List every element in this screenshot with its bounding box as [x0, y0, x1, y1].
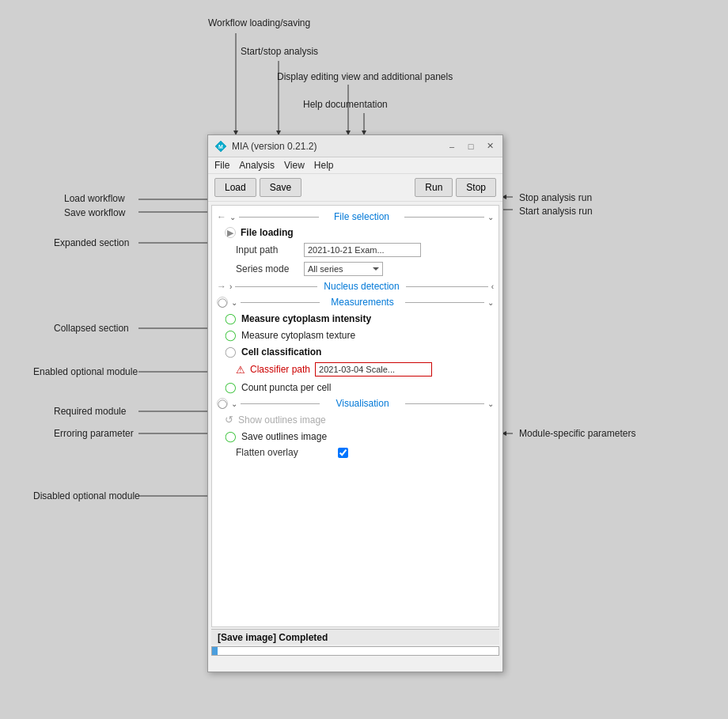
- minimize-button[interactable]: –: [446, 140, 458, 153]
- annotation-start-stop: Start/stop analysis: [241, 46, 318, 57]
- toolbar: Load Save Run Stop: [208, 174, 502, 202]
- measure-cytoplasm-intensity-icon: ◯: [225, 312, 237, 324]
- annotation-erroring-param: Erroring parameter: [54, 428, 134, 439]
- annotation-stop-run: Stop analysis run: [519, 192, 592, 203]
- flatten-overlay-row: Flatten overlay: [212, 445, 499, 460]
- input-path-row: Input path: [212, 240, 499, 259]
- input-path-label: Input path: [236, 244, 299, 255]
- save-button[interactable]: Save: [260, 178, 301, 197]
- menu-view[interactable]: View: [284, 160, 305, 171]
- save-outlines-icon: ◯: [225, 430, 237, 442]
- menu-help[interactable]: Help: [314, 160, 334, 171]
- show-outlines-label: Show outlines image: [238, 414, 326, 426]
- nucleus-collapse-right-icon[interactable]: ‹: [491, 282, 494, 291]
- input-path-field[interactable]: [304, 243, 421, 257]
- file-selection-title: File selection: [322, 211, 402, 222]
- svg-text:M: M: [218, 144, 223, 149]
- annotation-expanded-section: Expanded section: [54, 237, 129, 248]
- show-outlines-row: ↺ Show outlines image: [212, 411, 499, 428]
- measure-cytoplasm-intensity-label: Measure cytoplasm intensity: [241, 313, 371, 324]
- annotation-enabled-optional: Enabled optional module: [33, 366, 138, 377]
- classifier-error-icon: ⚠: [236, 364, 245, 376]
- classifier-path-label: Classifier path: [250, 364, 310, 375]
- series-mode-select[interactable]: All series: [304, 262, 383, 276]
- load-button[interactable]: Load: [214, 178, 256, 197]
- count-puncta-row: ◯ Count puncta per cell: [212, 379, 499, 395]
- flatten-overlay-checkbox[interactable]: [338, 448, 348, 458]
- stop-button[interactable]: Stop: [456, 178, 496, 197]
- close-button[interactable]: ✕: [483, 140, 496, 153]
- content-area: ← ⌄ File selection ⌄ ▶ File loading Inpu…: [211, 205, 499, 627]
- file-selection-collapse-icon[interactable]: ⌄: [229, 213, 236, 221]
- status-bar: [Save image] Completed: [211, 629, 499, 645]
- section-nav-icon: ←: [217, 211, 226, 222]
- maximize-button[interactable]: □: [464, 140, 477, 153]
- measurements-section-header: ◯ ⌄ Measurements ⌄: [212, 294, 499, 310]
- nucleus-expand-icon[interactable]: ›: [229, 282, 232, 291]
- main-window: M MIA (version 0.21.2) – □ ✕ File Analys…: [207, 134, 503, 672]
- file-loading-label: File loading: [241, 227, 294, 238]
- classifier-path-row: ⚠ Classifier path: [212, 360, 499, 379]
- nucleus-nav-icon: →: [217, 281, 226, 292]
- menubar: File Analysis View Help: [208, 157, 502, 174]
- count-puncta-icon: ◯: [225, 381, 237, 393]
- classifier-path-field[interactable]: [315, 362, 432, 377]
- series-mode-label: Series mode: [236, 263, 299, 274]
- annotation-start-run: Start analysis run: [519, 206, 593, 217]
- measurements-title: Measurements: [323, 297, 402, 308]
- measurements-power-icon: ◯: [217, 297, 228, 308]
- measure-cytoplasm-intensity-row: ◯ Measure cytoplasm intensity: [212, 310, 499, 327]
- count-puncta-label: Count puncta per cell: [241, 382, 331, 393]
- menu-file[interactable]: File: [214, 160, 229, 171]
- measurements-collapse-icon[interactable]: ⌄: [231, 298, 237, 307]
- file-selection-expand-icon[interactable]: ⌄: [487, 213, 494, 221]
- nucleus-detection-title: Nucleus detection: [320, 281, 403, 292]
- show-outlines-icon: ↺: [225, 414, 233, 426]
- app-icon: M: [214, 140, 227, 153]
- series-mode-row: Series mode All series: [212, 259, 499, 278]
- annotation-collapsed-section: Collapsed section: [54, 323, 129, 334]
- cell-classification-icon: ◯: [225, 346, 237, 358]
- cell-classification-row: ◯ Cell classification: [212, 343, 499, 360]
- titlebar: M MIA (version 0.21.2) – □ ✕: [208, 135, 502, 157]
- save-outlines-label: Save outlines image: [241, 431, 327, 442]
- annotation-display-editing: Display editing view and additional pane…: [277, 71, 453, 82]
- visualisation-power-icon: ◯: [217, 398, 228, 409]
- scrollable-content[interactable]: ← ⌄ File selection ⌄ ▶ File loading Inpu…: [212, 206, 499, 626]
- file-selection-section-header: ← ⌄ File selection ⌄: [212, 209, 499, 225]
- flatten-overlay-label: Flatten overlay: [236, 447, 298, 458]
- progress-bar-container: [211, 646, 499, 656]
- measurements-expand-icon[interactable]: ⌄: [487, 298, 494, 307]
- visualisation-title: Visualisation: [323, 398, 402, 409]
- annotation-load-workflow: Load workflow: [64, 193, 125, 204]
- visualisation-collapse-icon[interactable]: ⌄: [231, 399, 237, 408]
- visualisation-expand-icon[interactable]: ⌄: [487, 399, 494, 408]
- annotation-help: Help documentation: [303, 99, 388, 110]
- measure-cytoplasm-texture-icon: ◯: [225, 329, 237, 341]
- status-text: [Save image] Completed: [218, 632, 328, 643]
- nucleus-detection-section-header: → › Nucleus detection ‹: [212, 278, 499, 294]
- cell-classification-label: Cell classification: [241, 346, 321, 358]
- measure-cytoplasm-texture-label: Measure cytoplasm texture: [241, 330, 355, 341]
- file-loading-row: ▶ File loading: [212, 225, 499, 240]
- progress-bar-fill: [212, 647, 218, 655]
- annotation-save-workflow: Save workflow: [64, 207, 125, 218]
- run-button[interactable]: Run: [415, 178, 453, 197]
- annotation-disabled-optional: Disabled optional module: [33, 490, 140, 501]
- window-controls: – □ ✕: [446, 140, 496, 153]
- visualisation-section-header: ◯ ⌄ Visualisation ⌄: [212, 395, 499, 411]
- measure-cytoplasm-texture-row: ◯ Measure cytoplasm texture: [212, 327, 499, 343]
- annotation-required-module: Required module: [54, 406, 126, 417]
- annotation-module-params: Module-specific parameters: [519, 428, 635, 439]
- annotation-workflow-loading: Workflow loading/saving: [208, 17, 310, 28]
- window-title: MIA (version 0.21.2): [232, 141, 317, 152]
- menu-analysis[interactable]: Analysis: [239, 160, 275, 171]
- save-outlines-row: ◯ Save outlines image: [212, 428, 499, 445]
- file-loading-icon: ▶: [225, 227, 236, 238]
